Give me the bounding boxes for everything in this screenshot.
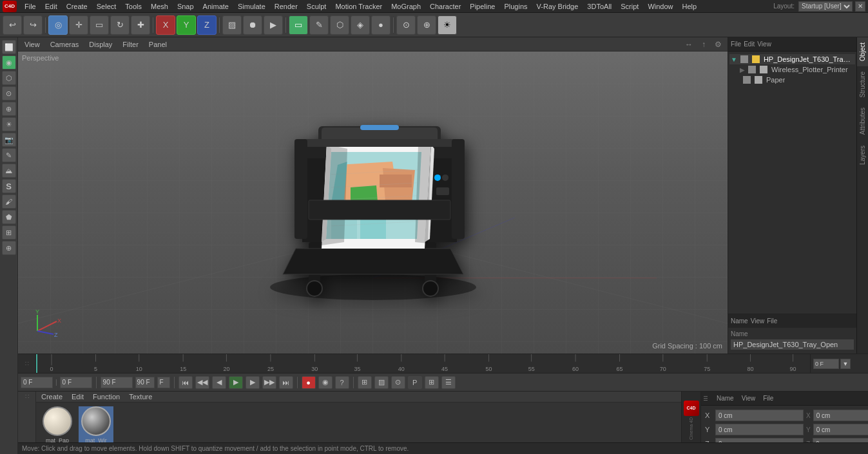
transport-record-button[interactable]: ● (302, 376, 316, 389)
menu-edit[interactable]: Edit (41, 1, 61, 12)
spline-mode-button[interactable]: ✎ (309, 15, 329, 35)
vp-maximize-icon[interactable]: ↑ (700, 40, 708, 49)
menu-plugins[interactable]: Plugins (500, 1, 531, 12)
left-camera-tool[interactable]: 📷 (2, 133, 16, 147)
coord-y-pos[interactable] (715, 424, 804, 435)
menu-animate[interactable]: Animate (199, 1, 233, 12)
right-panel-edit-menu[interactable]: Edit (744, 41, 755, 48)
attr-view-menu[interactable]: View (751, 317, 765, 325)
left-nurbs-tool[interactable]: ⊙ (2, 86, 16, 100)
left-sphere-tool[interactable]: ◉ (2, 55, 16, 70)
transport-next-keyframe[interactable]: ▶▶ (262, 376, 276, 389)
vert-tab-object[interactable]: Object (857, 37, 868, 66)
left-light-tool[interactable]: ☀ (2, 117, 16, 131)
transport-prev-keyframe[interactable]: ◀◀ (195, 376, 209, 389)
vp-tab-view[interactable]: View (22, 39, 43, 50)
left-cube-tool[interactable]: ⬜ (2, 40, 16, 54)
coord-y-size[interactable] (813, 424, 868, 435)
nurbs-button[interactable]: ⊙ (396, 15, 416, 35)
frame-start-input[interactable] (21, 377, 53, 388)
polygon-mode-button[interactable]: ⬡ (330, 15, 349, 35)
transport-play-forward[interactable]: ▶ (229, 376, 243, 389)
edge-mode-button[interactable]: ◈ (351, 15, 370, 35)
layout-dropdown[interactable]: Startup [User] (798, 1, 853, 12)
scale-tool-button[interactable]: ▭ (90, 15, 109, 35)
transport-mode-3[interactable]: ⊙ (391, 376, 405, 389)
object-item-wireless-printer[interactable]: ▶ Wireless_Plotter_Printer (729, 64, 855, 75)
coord-x-size[interactable] (813, 410, 868, 421)
left-deform-tool[interactable]: ⊕ (2, 102, 16, 116)
transport-prev-frame[interactable]: ◀ (212, 376, 226, 389)
render-button[interactable]: ▨ (222, 15, 242, 35)
attr-file-menu[interactable]: File (767, 317, 777, 325)
vp-tab-filter[interactable]: Filter (120, 39, 140, 50)
redo-button[interactable]: ↪ (23, 15, 43, 35)
fps-input[interactable] (157, 377, 170, 388)
vp-settings-icon[interactable]: ⚙ (713, 40, 724, 49)
material-swatch-wire[interactable]: mat_Wir (79, 406, 113, 444)
menu-help[interactable]: Help (679, 1, 701, 12)
mat-function-menu[interactable]: Function (90, 392, 122, 402)
point-mode-button[interactable]: ● (371, 15, 391, 35)
transport-mode-grid[interactable]: ⊞ (425, 376, 439, 389)
menu-character[interactable]: Character (426, 1, 465, 12)
timeline-end-button[interactable]: ▼ (840, 359, 851, 369)
menu-select[interactable]: Select (93, 1, 121, 12)
select-tool-button[interactable]: ◎ (48, 15, 68, 35)
render-active-button[interactable]: ▶ (264, 15, 283, 35)
scene-object-button[interactable]: ☀ (438, 15, 457, 35)
transport-question-button[interactable]: ? (335, 376, 349, 389)
menu-pipeline[interactable]: Pipeline (466, 1, 499, 12)
x-axis-button[interactable]: X (156, 15, 175, 35)
menu-window[interactable]: Window (644, 1, 677, 12)
transport-last-frame[interactable]: ⏭ (279, 376, 293, 389)
mat-texture-menu[interactable]: Texture (126, 392, 155, 402)
left-paint-tool[interactable]: ⬟ (2, 210, 16, 224)
menu-script[interactable]: Script (617, 1, 642, 12)
menu-tools[interactable]: Tools (121, 1, 146, 12)
left-snap-tool[interactable]: ⊕ (2, 241, 16, 255)
left-brush-tool[interactable]: 🖌 (2, 194, 16, 209)
menu-create[interactable]: Create (63, 1, 92, 12)
vp-tab-cameras[interactable]: Cameras (48, 39, 82, 50)
deformer-button[interactable]: ⊕ (417, 15, 436, 35)
coord-name-menu[interactable]: Name (714, 394, 737, 402)
left-s-tool[interactable]: S (2, 179, 16, 193)
coord-x-pos[interactable] (715, 410, 804, 421)
vp-tab-display[interactable]: Display (86, 39, 115, 50)
mat-create-menu[interactable]: Create (39, 392, 65, 402)
transport-mode-p[interactable]: P (408, 376, 422, 389)
left-scene-tool[interactable]: ⛰ (2, 164, 16, 178)
left-polygon-tool[interactable]: ⬡ (2, 71, 16, 85)
object-mode-button[interactable]: ▭ (289, 15, 308, 35)
layout-close-button[interactable]: ✕ (855, 1, 865, 12)
transport-first-frame[interactable]: ⏮ (178, 376, 193, 389)
attr-name-menu[interactable]: Name (731, 317, 748, 325)
coord-view-menu[interactable]: View (739, 394, 758, 402)
menu-sculpt[interactable]: Sculpt (303, 1, 331, 12)
vp-tab-panel[interactable]: Panel (146, 39, 169, 50)
vert-tab-structure[interactable]: Structure (857, 66, 868, 103)
undo-button[interactable]: ↩ (3, 15, 22, 35)
vert-tab-attributes[interactable]: Attributes (857, 102, 868, 140)
menu-snap[interactable]: Snap (173, 1, 198, 12)
render-region-button[interactable]: ⏺ (243, 15, 262, 35)
move-tool-button[interactable]: ✛ (69, 15, 88, 35)
menu-mesh[interactable]: Mesh (147, 1, 172, 12)
left-grid-tool[interactable]: ⊞ (2, 225, 16, 240)
object-item-paper[interactable]: Paper (729, 75, 855, 85)
frame-current-input[interactable] (60, 377, 92, 388)
transport-mode-1[interactable]: ⊞ (358, 376, 372, 389)
vert-tab-layers[interactable]: Layers (857, 140, 868, 170)
transport-mode-list[interactable]: ☰ (441, 376, 456, 389)
y-axis-button[interactable]: Y (177, 15, 196, 35)
vp-move-icon[interactable]: ↔ (683, 40, 695, 49)
right-panel-view-menu[interactable]: View (757, 41, 771, 48)
mat-edit-menu[interactable]: Edit (69, 392, 86, 402)
transport-next-frame[interactable]: ▶ (246, 376, 260, 389)
menu-motion-tracker[interactable]: Motion Tracker (331, 1, 386, 12)
menu-simulate[interactable]: Simulate (234, 1, 269, 12)
material-swatch-paper[interactable]: mat_Pap (40, 406, 75, 444)
z-axis-button[interactable]: Z (197, 15, 217, 35)
coord-file-menu[interactable]: File (760, 394, 776, 402)
